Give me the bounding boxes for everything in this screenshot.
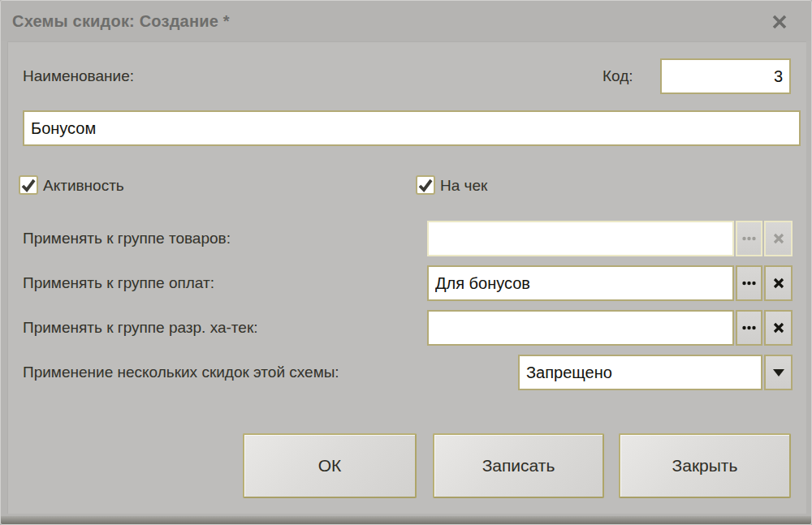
save-button[interactable]: Записать bbox=[433, 433, 604, 498]
lookup-characteristics-input[interactable] bbox=[427, 310, 734, 346]
lookup-payments-clear-button[interactable] bbox=[764, 265, 793, 301]
clear-x-icon bbox=[773, 322, 784, 334]
close-dialog-button[interactable]: Закрыть bbox=[619, 433, 791, 498]
lookup-characteristics-browse-button[interactable] bbox=[736, 310, 762, 346]
lookup-payments-label: Применять к группе оплат: bbox=[23, 273, 214, 293]
lookup-goods-input bbox=[427, 221, 734, 256]
checkmark-icon bbox=[418, 179, 433, 192]
code-input[interactable] bbox=[660, 58, 791, 94]
multi-discount-select[interactable] bbox=[518, 355, 762, 390]
lookup-goods-clear-button bbox=[764, 221, 793, 256]
titlebar: Схемы скидок: Создание * bbox=[1, 1, 811, 41]
lookup-goods-label: Применять к группе товаров: bbox=[23, 229, 231, 248]
code-label: Код: bbox=[603, 67, 633, 86]
lookup-payments-browse-button[interactable] bbox=[736, 265, 762, 301]
close-button[interactable] bbox=[764, 6, 795, 37]
checkbox-on-receipt[interactable] bbox=[416, 175, 435, 195]
clear-x-icon bbox=[773, 278, 784, 289]
dialog-title: Схемы скидок: Создание * bbox=[12, 1, 230, 41]
lookup-characteristics-label: Применять к группе разр. ха-тек: bbox=[23, 318, 258, 338]
name-input[interactable] bbox=[23, 110, 801, 146]
dialog-window: Схемы скидок: Создание * Наименование: К… bbox=[0, 0, 812, 525]
lookup-payments-input[interactable] bbox=[427, 265, 734, 301]
checkmark-icon bbox=[21, 179, 36, 192]
ellipsis-icon bbox=[742, 325, 756, 330]
checkbox-on-receipt-label: На чек bbox=[440, 177, 487, 195]
ellipsis-icon bbox=[742, 236, 756, 241]
multi-discount-dropdown-button[interactable] bbox=[764, 355, 793, 390]
lookup-goods-browse-button bbox=[736, 221, 762, 256]
ok-button[interactable]: ОК bbox=[243, 433, 417, 498]
lookup-characteristics-clear-button[interactable] bbox=[764, 310, 793, 346]
name-label: Наименование: bbox=[23, 67, 134, 86]
close-icon bbox=[771, 13, 788, 31]
ellipsis-icon bbox=[742, 281, 756, 286]
checkbox-activity-label: Активность bbox=[43, 177, 124, 195]
window-bottom-edge bbox=[1, 516, 811, 524]
multi-discount-label: Применение нескольких скидок этой схемы: bbox=[23, 363, 339, 382]
checkbox-activity[interactable] bbox=[19, 175, 38, 195]
chevron-down-icon bbox=[773, 369, 784, 377]
clear-x-icon bbox=[773, 233, 784, 244]
